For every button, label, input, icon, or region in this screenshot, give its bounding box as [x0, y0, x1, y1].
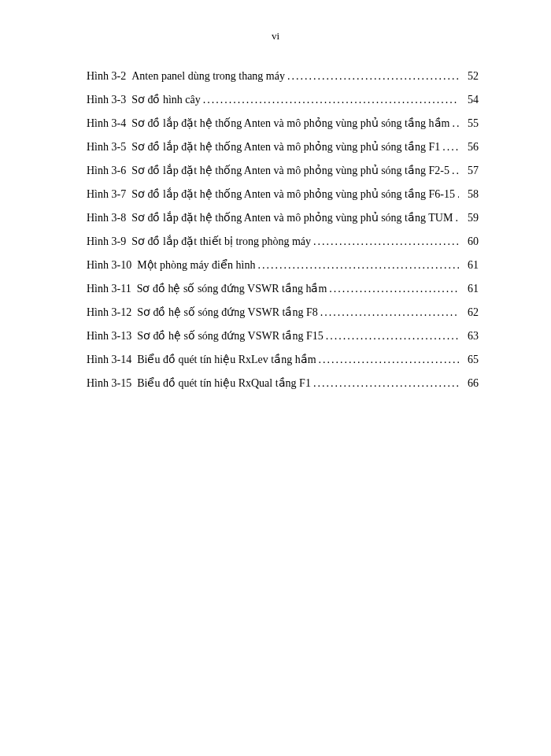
toc-entry-title: Sơ đồ hệ số sóng đứng VSWR tầng F15	[137, 328, 324, 344]
toc-entry-label: Hình 3-11	[87, 280, 131, 297]
toc-entry-leader-dots	[329, 280, 459, 297]
toc-entry: Hình 3-15 Biểu đồ quét tín hiệu RxQual t…	[87, 375, 479, 391]
toc-entry-page: 61	[461, 257, 479, 273]
toc-entry-title: Sơ đồ lắp đặt hệ thống Anten và mô phỏng…	[131, 139, 440, 155]
toc-entry: Hình 3-5 Sơ đồ lắp đặt hệ thống Anten và…	[87, 139, 479, 155]
toc-entry-title: Sơ đồ lắp đặt hệ thống Anten và mô phỏng…	[131, 115, 449, 132]
toc-entry-title: Sơ đồ lắp đặt hệ thống Anten và mô phỏng…	[131, 209, 453, 226]
toc-entry-label: Hình 3-9	[87, 233, 126, 250]
toc-entry-leader-dots	[257, 257, 459, 273]
toc-entry-page: 63	[461, 328, 479, 344]
toc-entry-leader-dots	[452, 115, 459, 132]
toc-entry-leader-dots	[313, 233, 459, 250]
toc-entry: Hình 3-6 Sơ đồ lắp đặt hệ thống Anten và…	[87, 162, 479, 179]
toc-entry: Hình 3-12 Sơ đồ hệ số sóng đứng VSWR tần…	[87, 304, 479, 321]
toc-entry-title: Biểu đồ quét tín hiệu RxLev tầng hầm	[137, 351, 316, 368]
toc-entry-page: 56	[461, 139, 479, 155]
toc-entry: Hình 3-2 Anten panel dùng trong thang má…	[87, 68, 479, 84]
toc-entry-separator	[126, 115, 131, 132]
toc-entry-page: 62	[461, 304, 479, 321]
toc-entry-page: 61	[461, 280, 479, 297]
toc-entry-leader-dots	[452, 162, 459, 179]
toc-entry-separator	[126, 209, 131, 226]
toc-entry-page: 66	[461, 375, 479, 391]
toc-entry-label: Hình 3-8	[87, 209, 126, 226]
toc-entry: Hình 3-7 Sơ đồ lắp đặt hệ thống Anten và…	[87, 186, 479, 202]
toc-list: Hình 3-2 Anten panel dùng trong thang má…	[87, 68, 479, 398]
toc-entry-page: 65	[461, 351, 479, 368]
toc-entry-leader-dots	[442, 139, 459, 155]
toc-entry-label: Hình 3-3	[87, 91, 126, 108]
toc-entry-label: Hình 3-14	[87, 351, 131, 368]
toc-entry-separator	[131, 280, 137, 297]
toc-entry-title: Sơ đồ lắp đặt thiết bị trong phòng máy	[131, 233, 311, 250]
toc-entry-title: Sơ đồ hình cây	[131, 91, 201, 108]
toc-entry-leader-dots	[287, 68, 459, 84]
toc-entry: Hình 3-10 Một phòng máy điển hình61	[87, 257, 479, 273]
toc-entry-leader-dots	[313, 375, 459, 391]
toc-entry-separator	[126, 162, 131, 179]
toc-entry-label: Hình 3-4	[87, 115, 126, 132]
toc-entry-separator	[131, 304, 137, 321]
toc-entry-page: 58	[461, 186, 479, 202]
toc-entry-separator	[126, 139, 131, 155]
toc-entry-separator	[126, 68, 131, 84]
toc-entry-label: Hình 3-6	[87, 162, 126, 179]
toc-entry-separator	[126, 91, 131, 108]
toc-entry: Hình 3-11 Sơ đồ hệ số sóng đứng VSWR tần…	[87, 280, 479, 297]
toc-entry-label: Hình 3-7	[87, 186, 126, 202]
toc-entry-title: Sơ đồ lắp đặt hệ thống Anten và mô phỏng…	[131, 186, 455, 202]
toc-entry-leader-dots	[455, 209, 459, 226]
toc-entry-leader-dots	[319, 351, 459, 368]
toc-entry-page: 59	[461, 209, 479, 226]
toc-entry-leader-dots	[320, 304, 459, 321]
toc-entry-label: Hình 3-15	[87, 375, 131, 391]
toc-entry-separator	[131, 328, 137, 344]
toc-entry-separator	[131, 351, 137, 368]
toc-entry-separator	[131, 257, 137, 273]
toc-entry-label: Hình 3-12	[87, 304, 131, 321]
toc-entry-title: Sơ đồ hệ số sóng đứng VSWR tầng hầm	[137, 280, 327, 297]
toc-entry-label: Hình 3-10	[87, 257, 131, 273]
toc-entry-title: Sơ đồ lắp đặt hệ thống Anten và mô phỏng…	[131, 162, 449, 179]
toc-entry-leader-dots	[326, 328, 459, 344]
toc-entry: Hình 3-9 Sơ đồ lắp đặt thiết bị trong ph…	[87, 233, 479, 250]
toc-entry-leader-dots	[203, 91, 459, 108]
toc-entry-separator	[126, 233, 131, 250]
toc-entry-page: 57	[461, 162, 479, 179]
toc-entry-leader-dots	[457, 186, 459, 202]
toc-entry: Hình 3-4 Sơ đồ lắp đặt hệ thống Anten và…	[87, 115, 479, 132]
toc-entry-label: Hình 3-5	[87, 139, 126, 155]
toc-entry: Hình 3-3 Sơ đồ hình cây54	[87, 91, 479, 108]
toc-entry-title: Sơ đồ hệ số sóng đứng VSWR tầng F8	[137, 304, 318, 321]
toc-entry-separator	[131, 375, 137, 391]
toc-entry-title: Một phòng máy điển hình	[137, 257, 255, 273]
toc-entry: Hình 3-14 Biểu đồ quét tín hiệu RxLev tầ…	[87, 351, 479, 368]
toc-entry-page: 54	[461, 91, 479, 108]
toc-entry-title: Biểu đồ quét tín hiệu RxQual tầng F1	[137, 375, 311, 391]
toc-entry-label: Hình 3-13	[87, 328, 131, 344]
toc-entry-title: Anten panel dùng trong thang máy	[131, 68, 285, 84]
toc-entry-separator	[126, 186, 131, 202]
toc-entry-page: 52	[461, 68, 479, 84]
page-number: vi	[0, 30, 551, 43]
toc-entry-page: 60	[461, 233, 479, 250]
toc-entry-page: 55	[461, 115, 479, 132]
toc-entry: Hình 3-13 Sơ đồ hệ số sóng đứng VSWR tần…	[87, 328, 479, 344]
toc-entry-label: Hình 3-2	[87, 68, 126, 84]
toc-entry: Hình 3-8 Sơ đồ lắp đặt hệ thống Anten và…	[87, 209, 479, 226]
